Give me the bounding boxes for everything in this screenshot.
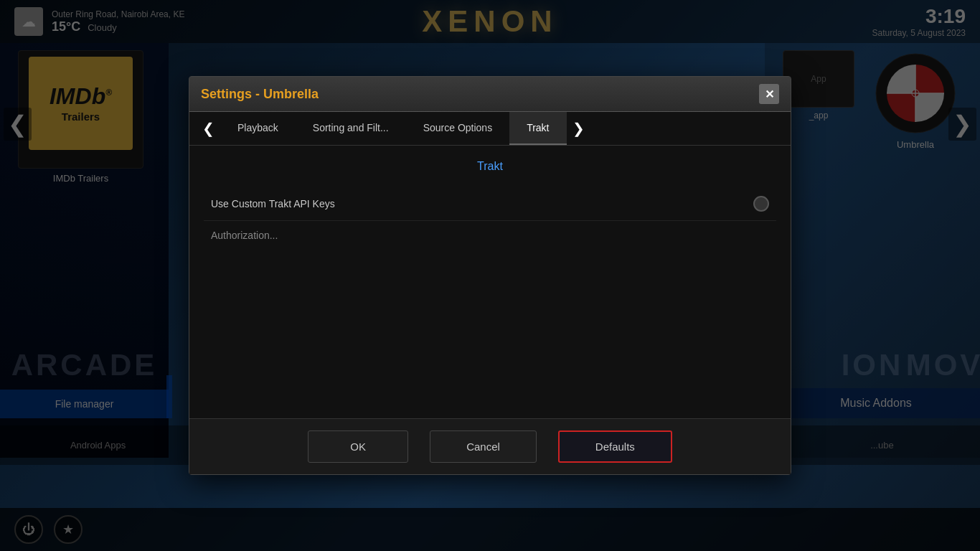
- section-title: Trakt: [204, 160, 776, 173]
- settings-modal: Settings - Umbrella ✕ ❮ Playback Sorting…: [189, 76, 791, 475]
- tab-playback[interactable]: Playback: [220, 112, 296, 145]
- tab-sorting[interactable]: Sorting and Filt...: [296, 112, 406, 145]
- tab-arrow-right[interactable]: ❯: [567, 120, 590, 137]
- modal-title: Settings - Umbrella: [201, 87, 319, 102]
- tab-arrow-left[interactable]: ❮: [197, 120, 220, 137]
- defaults-button[interactable]: Defaults: [558, 430, 672, 463]
- setting-api-keys-toggle[interactable]: [753, 196, 769, 212]
- ok-button[interactable]: OK: [308, 430, 408, 463]
- modal-overlay: Settings - Umbrella ✕ ❮ Playback Sorting…: [0, 0, 980, 551]
- modal-close-button[interactable]: ✕: [759, 84, 779, 104]
- setting-api-keys-label: Use Custom Trakt API Keys: [211, 198, 753, 209]
- setting-row-api-keys: Use Custom Trakt API Keys: [204, 187, 776, 221]
- tab-trakt[interactable]: Trakt: [509, 112, 566, 145]
- modal-titlebar: Settings - Umbrella ✕: [189, 77, 791, 112]
- modal-tabs: ❮ Playback Sorting and Filt... Source Op…: [189, 112, 791, 146]
- modal-footer: OK Cancel Defaults: [189, 418, 791, 474]
- setting-authorization[interactable]: Authorization...: [204, 221, 776, 250]
- tab-source-options[interactable]: Source Options: [406, 112, 510, 145]
- cancel-button[interactable]: Cancel: [430, 430, 537, 463]
- modal-body: Trakt Use Custom Trakt API Keys Authoriz…: [189, 146, 791, 418]
